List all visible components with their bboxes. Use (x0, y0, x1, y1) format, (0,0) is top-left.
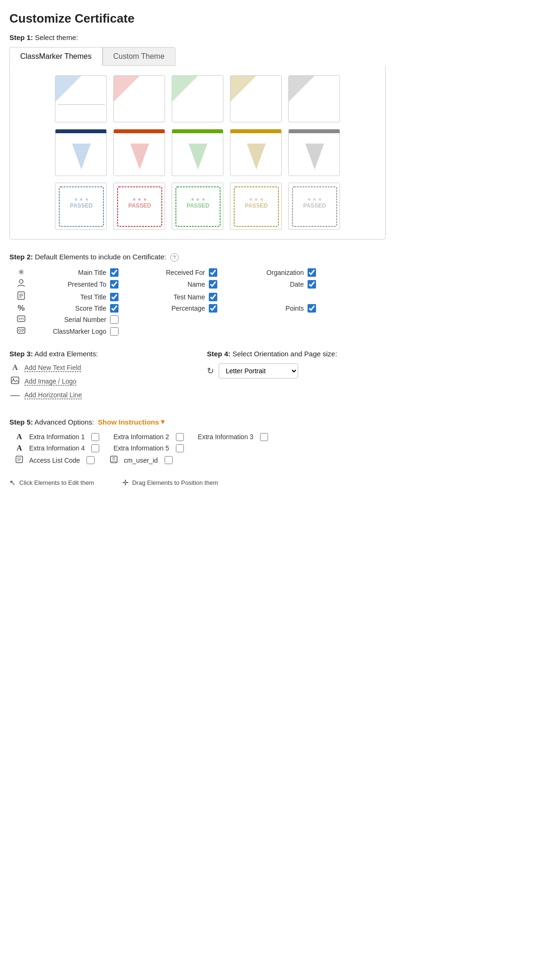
add-text-field-label: Add New Text Field (24, 364, 81, 371)
svg-point-52 (113, 458, 115, 460)
svg-marker-4 (230, 76, 256, 102)
icon-test-title (13, 291, 29, 303)
check-test-name[interactable] (209, 293, 217, 301)
check-extra-info-4[interactable] (91, 444, 99, 452)
theme-5[interactable] (288, 75, 340, 122)
image-icon (9, 377, 21, 386)
svg-marker-13 (247, 144, 266, 169)
theme-panel: PASSED ★ ★ ★ PASSED ★ ★ ★ PASSED ★ ★ ★ P… (9, 66, 386, 240)
check-extra-info-2[interactable] (176, 433, 184, 441)
check-presented-to[interactable] (110, 280, 119, 289)
theme-12[interactable]: PASSED ★ ★ ★ (113, 183, 165, 230)
theme-2[interactable] (113, 75, 165, 122)
step2-label: Step 2: Default Elements to include on C… (9, 253, 386, 262)
check-score-title[interactable] (110, 304, 119, 313)
svg-point-31 (19, 280, 23, 283)
step34-container: Step 3: Add extra Elements: A Add New Te… (9, 350, 386, 404)
tab-custom[interactable]: Custom Theme (103, 47, 175, 66)
label-score-title: Score Title (75, 305, 106, 312)
refresh-icon[interactable]: ↻ (207, 366, 214, 376)
check-main-title[interactable] (110, 268, 119, 277)
check-percentage[interactable] (209, 304, 217, 313)
check-date[interactable] (308, 280, 316, 289)
svg-rect-1 (58, 104, 105, 105)
svg-marker-5 (289, 76, 315, 102)
check-cm-user-id[interactable] (165, 456, 173, 464)
theme-14[interactable]: PASSED ★ ★ ★ (230, 183, 282, 230)
label-test-name: Test Name (174, 293, 205, 301)
bottom-hints: ↖ Click Elements to Edit them ✛ Drag Ele… (9, 478, 386, 487)
svg-text:★ ★ ★: ★ ★ ★ (307, 197, 323, 202)
label-points: Points (285, 305, 304, 312)
icon-access-list-code (14, 455, 24, 465)
hint-drag-label: Drag Elements to Position them (132, 479, 218, 486)
help-icon[interactable]: ? (170, 253, 179, 262)
svg-marker-11 (189, 144, 207, 169)
svg-point-46 (13, 378, 14, 380)
check-points[interactable] (308, 304, 316, 313)
theme-8[interactable] (172, 129, 223, 176)
check-received-for[interactable] (209, 268, 217, 277)
theme-11[interactable]: PASSED ★ ★ ★ (55, 183, 107, 230)
theme-9[interactable] (230, 129, 282, 176)
step3-label: Step 3: Add extra Elements: (9, 350, 188, 358)
theme-grid: PASSED ★ ★ ★ PASSED ★ ★ ★ PASSED ★ ★ ★ P… (24, 75, 371, 230)
svg-text:PASSED: PASSED (187, 202, 210, 209)
step3-section: Step 3: Add extra Elements: A Add New Te… (9, 350, 188, 404)
svg-rect-10 (172, 129, 223, 133)
label-extra-info-1: Extra Information 1 (29, 433, 85, 441)
theme-10[interactable] (288, 129, 340, 176)
theme-7[interactable] (113, 129, 165, 176)
theme-4[interactable] (230, 75, 282, 122)
svg-text:PASSED: PASSED (245, 202, 268, 209)
check-organization[interactable] (308, 268, 316, 277)
page-title: Customize Certificate (9, 11, 386, 26)
theme-13[interactable]: PASSED ★ ★ ★ (172, 183, 223, 230)
check-classmarker-logo[interactable] (110, 327, 119, 336)
check-access-list-code[interactable] (87, 456, 95, 464)
show-instructions-button[interactable]: Show Instructions ▾ (98, 418, 165, 426)
step5-label: Step 5: Advanced Options: (9, 418, 94, 426)
add-line-link[interactable]: — Add Horizontal Line (9, 390, 188, 400)
label-presented-to: Presented To (68, 281, 106, 288)
step4-section: Step 4: Select Orientation and Page size… (207, 350, 386, 404)
label-cm-user-id: cm_user_id (124, 457, 158, 464)
check-extra-info-3[interactable] (260, 433, 268, 441)
svg-text:PASSED: PASSED (303, 202, 326, 209)
check-test-title[interactable] (110, 293, 119, 301)
label-extra-info-4: Extra Information 4 (29, 444, 85, 452)
theme-3[interactable] (172, 75, 223, 122)
theme-1[interactable] (55, 75, 107, 122)
check-extra-info-5[interactable] (176, 444, 184, 452)
svg-marker-3 (172, 76, 198, 102)
theme-15[interactable]: PASSED ★ ★ ★ (288, 183, 340, 230)
label-access-list-code: Access List Code (29, 457, 80, 464)
add-text-field-link[interactable]: A Add New Text Field (9, 363, 188, 372)
check-extra-info-1[interactable] (91, 433, 99, 441)
step2-section: Step 2: Default Elements to include on C… (9, 253, 386, 337)
step5-label-row: Step 5: Advanced Options: Show Instructi… (9, 418, 386, 426)
label-serial-number: Serial Number (64, 316, 106, 323)
tab-classmarker[interactable]: ClassMarker Themes (9, 47, 103, 66)
svg-marker-2 (114, 76, 140, 102)
check-name[interactable] (209, 280, 217, 289)
icon-main-title: ✳ (13, 267, 29, 277)
theme-6[interactable] (55, 129, 107, 176)
add-image-link[interactable]: Add Image / Logo (9, 377, 188, 386)
text-field-icon: A (9, 363, 21, 372)
icon-serial-number (13, 314, 29, 325)
label-main-title: Main Title (78, 269, 106, 276)
svg-text:★ ★ ★: ★ ★ ★ (190, 197, 206, 202)
label-date: Date (290, 281, 304, 288)
orientation-select[interactable]: Letter Portrait Letter Landscape A4 Port… (219, 363, 298, 378)
label-received-for: Received For (166, 269, 205, 276)
icon-extra-info-4: A (14, 444, 24, 452)
check-serial-number[interactable] (110, 315, 119, 324)
label-organization: Organization (267, 269, 304, 276)
icon-classmarker-logo (13, 326, 29, 337)
svg-rect-14 (289, 129, 340, 133)
svg-point-41 (19, 329, 21, 332)
label-extra-info-5: Extra Information 5 (113, 444, 169, 452)
hint-click: ↖ Click Elements to Edit them (9, 478, 94, 487)
svg-rect-45 (11, 377, 19, 384)
